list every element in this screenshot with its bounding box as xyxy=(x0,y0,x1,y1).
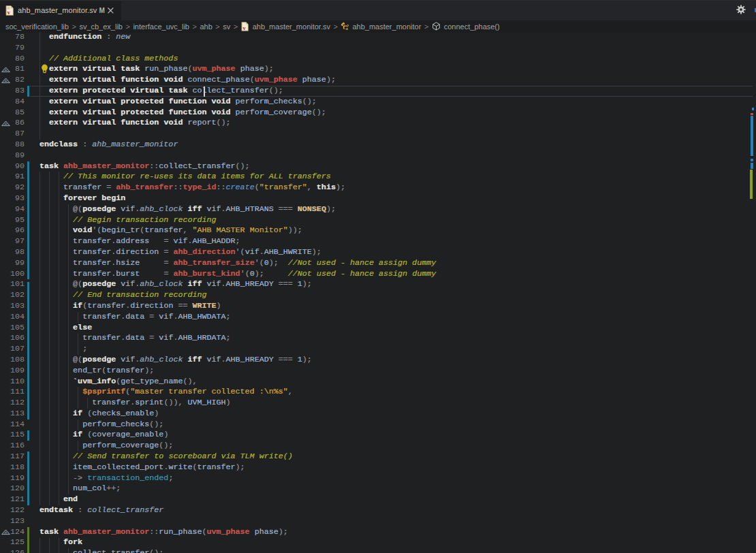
svg-text:v: v xyxy=(7,9,11,16)
